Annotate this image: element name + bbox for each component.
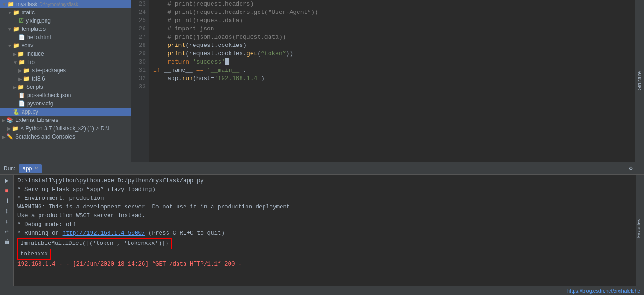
folder-icon-venv: 📁 [13, 42, 20, 49]
footer-blog-link[interactable]: https://blog.csdn.net/xixihalelehe [567, 288, 640, 294]
code-line-25: # print(request.data) [153, 17, 631, 25]
folder-icon-include: 📁 [17, 51, 24, 57]
sidebar-item-python37[interactable]: 📁 < Python 3.7 (fullstack_s2) (1) > D:\i [0, 124, 131, 133]
structure-tab-label: Structure [637, 71, 642, 90]
html-icon: 📄 [18, 34, 25, 40]
folder-icon-static: 📁 [13, 9, 20, 16]
run-output-highlighted-1: ImmutableMultiDict([('token', 'tokenxxx'… [17, 238, 632, 249]
tcl-label: tcl8.6 [32, 75, 45, 82]
sidebar-item-mysflask[interactable]: 📁 mysflask D:\python\mysflask [0, 0, 131, 8]
code-line-30: return 'success' [153, 58, 631, 66]
sidebar-item-scratches[interactable]: ✏️ Scratches and Consoles [0, 133, 131, 141]
code-line-23: # print(request.headers) [153, 0, 631, 8]
highlighted-tokenxxx: tokenxxx [17, 249, 51, 260]
cfg-icon: 📄 [18, 100, 25, 107]
favorites-label: Favorites [636, 219, 641, 238]
include-label: Include [26, 51, 44, 57]
run-output-error: 192.168.1.4 - - [21/Jun/2020 18:14:26] “… [17, 260, 632, 269]
scratches-label: Scratches and Consoles [15, 133, 75, 140]
settings-icon[interactable]: ⚙ [629, 164, 632, 172]
run-output-line-6: * Debug mode: off [17, 220, 632, 229]
structure-panel[interactable]: Structure [635, 0, 644, 162]
code-editor: 23 24 25 26 27 28 29 30 31 32 33 # print… [131, 0, 635, 162]
code-line-27: # print(json.loads(request.data)) [153, 33, 631, 41]
ext-label: External Libraries [15, 117, 58, 123]
yixing-label: yixing.png [26, 17, 51, 24]
folder-icon-lib: 📁 [18, 59, 25, 65]
editor-content: 23 24 25 26 27 28 29 30 31 32 33 # print… [131, 0, 635, 162]
arrow-include [13, 52, 17, 57]
arrow-py37 [7, 126, 11, 131]
run-down-icon[interactable]: ↓ [5, 218, 8, 225]
sidebar-item-pip[interactable]: 📋 pip-selfcheck.json [0, 91, 131, 99]
file-tree-sidebar: 📁 mysflask D:\python\mysflask 📁 static 🖼… [0, 0, 131, 162]
run-stop-icon[interactable]: ■ [5, 187, 8, 195]
arrow-scratches [2, 134, 6, 139]
folder-icon-templates: 📁 [13, 26, 20, 32]
folder-icon-scripts: 📁 [17, 84, 24, 90]
code-line-32: app.run(host='192.168.1.4') [153, 75, 631, 83]
run-footer: https://blog.csdn.net/xixihalelehe [0, 286, 644, 295]
arrow-ext [2, 118, 6, 123]
sidebar-item-pyvenv[interactable]: 📄 pyvenv.cfg [0, 99, 131, 108]
sidebar-item-venv[interactable]: 📁 venv [0, 41, 131, 50]
line-numbers: 23 24 25 26 27 28 29 30 31 32 33 [131, 0, 150, 162]
run-server-link[interactable]: http://192.168.1.4:5000/ [63, 230, 145, 237]
arrow-hello [13, 35, 17, 40]
site-packages-label: site-packages [32, 67, 66, 74]
code-line-26: # import json [153, 25, 631, 33]
pip-label: pip-selfcheck.json [27, 92, 71, 98]
run-output-line-4: WARNING: This is a development server. D… [17, 203, 632, 212]
sidebar-item-tcl[interactable]: 📁 tcl8.6 [0, 75, 131, 83]
minimize-icon[interactable]: — [637, 164, 640, 172]
run-output-line-5: Use a production WSGI server instead. [17, 212, 632, 220]
run-output-line-1: D:\install\python\python.exe D:/python/m… [17, 177, 632, 185]
arrow-static [7, 10, 12, 15]
sidebar-item-static[interactable]: 📁 static [0, 8, 131, 17]
run-pause-icon[interactable]: ⏸ [4, 197, 10, 205]
sidebar-item-templates[interactable]: 📁 templates [0, 25, 131, 33]
app-py-label: app.py [22, 109, 38, 115]
run-body: ▶ ■ ⏸ ↕ ↓ ↩ 🗑 D:\install\python\python.e… [0, 175, 644, 286]
run-output-line-7: * Running on http://192.168.1.4:5000/ (P… [17, 229, 632, 238]
folder-icon: 📁 [7, 1, 14, 7]
arrow-mysflask [2, 2, 6, 7]
code-line-33 [153, 83, 631, 91]
run-sidebar: ▶ ■ ⏸ ↕ ↓ ↩ 🗑 [0, 175, 14, 286]
folder-icon-tcl: 📁 [23, 75, 30, 82]
sidebar-item-apppy[interactable]: 🐍 app.py [0, 108, 131, 116]
sidebar-item-include[interactable]: 📁 Include [0, 50, 131, 58]
code-line-31: if __name__ == '__main__': [153, 66, 631, 75]
hello-html-label: hello.html [27, 34, 51, 40]
run-play-icon[interactable]: ▶ [5, 177, 8, 185]
arrow-yixing [13, 18, 17, 23]
scratches-icon: ✏️ [6, 133, 13, 140]
venv-label: venv [22, 42, 33, 49]
static-label: static [22, 9, 34, 16]
code-content[interactable]: # print(request.headers) # print(request… [150, 0, 635, 162]
run-tab-close[interactable]: ✕ [34, 166, 38, 171]
sidebar-item-yixing[interactable]: 🖼 yixing.png [0, 17, 131, 25]
folder-icon-py37: 📁 [12, 125, 19, 132]
arrow-templates [7, 27, 12, 32]
folder-icon-site: 📁 [23, 67, 30, 74]
highlighted-multidict: ImmutableMultiDict([('token', 'tokenxxx'… [17, 238, 172, 249]
sidebar-item-site-packages[interactable]: 📁 site-packages [0, 66, 131, 75]
run-tab-label: app [23, 165, 32, 172]
sidebar-item-scripts[interactable]: 📁 Scripts [0, 83, 131, 91]
run-trash-icon[interactable]: 🗑 [4, 238, 10, 246]
arrow-site [18, 68, 22, 73]
run-output-highlighted-2: tokenxxx [17, 249, 632, 260]
run-wrap-icon[interactable]: ↩ [5, 228, 8, 236]
sidebar-item-external-libs[interactable]: 📚 External Libraries [0, 116, 131, 124]
run-toolbar: Run: app ✕ ⚙ — [0, 162, 644, 175]
run-scroll-icon[interactable]: ↕ [5, 208, 8, 215]
arrow-pyvenv [13, 101, 17, 106]
run-output: D:\install\python\python.exe D:/python/m… [14, 175, 636, 286]
sidebar-item-hello-html[interactable]: 📄 hello.html [0, 33, 131, 41]
python37-label: < Python 3.7 (fullstack_s2) (1) > D:\i [21, 125, 109, 132]
run-tab-app[interactable]: app ✕ [19, 164, 42, 173]
run-output-line-3: * Environment: production [17, 194, 632, 203]
run-panel: Run: app ✕ ⚙ — ▶ ■ ⏸ ↕ ↓ ↩ 🗑 D:\install\… [0, 162, 644, 295]
sidebar-item-lib[interactable]: 📁 Lib [0, 58, 131, 66]
